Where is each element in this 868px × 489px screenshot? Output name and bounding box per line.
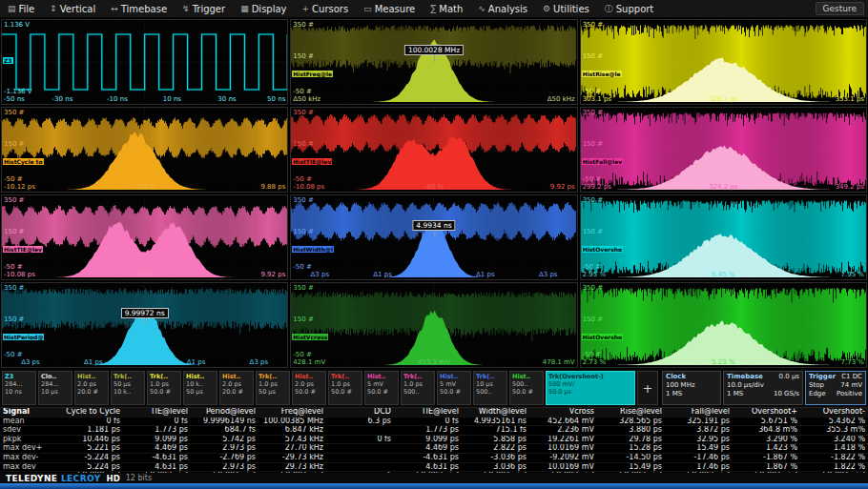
table-row-max-dev: max dev5.224 ps4.631 ps2.973 ps29.73 kHz… bbox=[0, 462, 868, 472]
trace-tag[interactable]: HistRise@le bbox=[582, 71, 622, 77]
table-cell: -3.036 ps bbox=[462, 453, 529, 462]
descriptor-title: Clo.. bbox=[39, 372, 72, 380]
table-cell: 10.0169 mV bbox=[529, 462, 597, 472]
table-cell: 5.224 ps bbox=[55, 462, 123, 472]
descriptor-box-9[interactable]: Trk(..1.0 ps50.0 # bbox=[328, 371, 362, 405]
table-cell bbox=[326, 453, 394, 462]
oscilloscope-screen: ▤File↕Vertical↔Timebase↯Trigger▦Display+… bbox=[0, 0, 868, 489]
menu-item-file[interactable]: ▤File bbox=[0, 0, 42, 17]
menu-item-trigger[interactable]: ↯Trigger bbox=[175, 0, 233, 17]
utilities-icon: ⚙ bbox=[543, 4, 550, 13]
table-cell: -5.224 ps bbox=[55, 453, 123, 462]
table-cell: 1.867 % bbox=[733, 462, 800, 472]
rise-histogram-panel[interactable]: 350 #150 #-50 #303.1 ps328.1 ps353.1 psH… bbox=[580, 19, 867, 105]
tie-histogram-panel[interactable]: 350 #150 #-50 #-10.08 ps-80 fs9.92 psHis… bbox=[290, 107, 577, 193]
overshoot-pos-histogram-panel[interactable]: 350 #150 #-50 #2.95 %5.45 %7.95 %HistOve… bbox=[580, 194, 867, 280]
axis-label: 353.1 ps bbox=[836, 95, 864, 103]
descriptor-box-11[interactable]: Trk(..1.0 ps500.. bbox=[401, 371, 435, 405]
axis-label: -10.08 ps bbox=[293, 183, 324, 191]
table-header-row: SignalCycle to CycleTIE@levelPeriod@leve… bbox=[0, 408, 868, 417]
display-icon: ▦ bbox=[240, 4, 249, 13]
descriptor-box-2[interactable]: Hist..2.0 ps20.0 # bbox=[74, 371, 109, 405]
trace-tag[interactable]: HistFall@lev bbox=[582, 158, 623, 165]
vcross-histogram-panel-plot bbox=[291, 283, 576, 367]
descriptor-box-5[interactable]: Hist..10 k..50 µs bbox=[183, 371, 217, 405]
menu-item-measure[interactable]: ▭Measure bbox=[356, 0, 423, 17]
table-cell: 5.221 ps bbox=[55, 444, 123, 454]
descriptor-value: 50.0 # bbox=[329, 388, 362, 396]
menu-item-label: Vertical bbox=[60, 4, 95, 14]
table-cell: 4.469 ps bbox=[394, 444, 462, 454]
descriptor-box-4[interactable]: Trk(..1.0 ps50.0 # bbox=[147, 371, 181, 405]
trace-tag[interactable]: HistTIE@lev bbox=[292, 158, 332, 165]
descriptor-box-7[interactable]: Trk(..1.0 ps50 µs bbox=[256, 371, 290, 405]
descriptor-box-14[interactable]: Hist..500..50.0 # bbox=[509, 371, 544, 405]
descriptor-box-selected[interactable]: Trk(Overshoot-)500 mV/50.0 µs bbox=[546, 371, 635, 405]
clock-box[interactable]: Clock 100 MHz 1 MS bbox=[662, 371, 721, 405]
descriptor-box-8[interactable]: Hist..2.0 ps50.0 # bbox=[292, 371, 326, 405]
add-trace-button[interactable]: + bbox=[637, 371, 658, 405]
axis-label: 428.1 mV bbox=[293, 358, 325, 366]
table-col: TIE@level bbox=[394, 408, 462, 417]
vertical-icon: ↕ bbox=[50, 4, 57, 13]
descriptor-title: Trk(.. bbox=[148, 372, 180, 380]
menu-item-support[interactable]: ⓘSupport bbox=[597, 0, 662, 17]
descriptor-value: 50.0 µs bbox=[547, 388, 634, 396]
freq-histogram-panel[interactable]: 350 #150 #-50 #Δ50 kHzΔ50 kHzHistFreq@le… bbox=[290, 19, 577, 105]
menu-item-display[interactable]: ▦Display bbox=[233, 0, 294, 17]
descriptor-box-12[interactable]: Hist..5 mV50.0 # bbox=[437, 371, 471, 405]
table-cell: 15.49 ps bbox=[597, 462, 665, 472]
measurement-table-wrap: SignalCycle to CycleTIE@levelPeriod@leve… bbox=[0, 407, 868, 473]
descriptor-value: 2.0 ps bbox=[293, 380, 325, 388]
descriptor-value: 284... bbox=[3, 380, 35, 388]
table-cell: 1.773 ps bbox=[123, 426, 191, 436]
period-histogram-panel[interactable]: 350 #150 #-50 #Δ3 psΔ1 psΔ1 psΔ3 psHistP… bbox=[1, 282, 288, 368]
vcross-histogram-panel[interactable]: 350 #150 #-50 #428.1 mV453.1 mV478.1 mVH… bbox=[290, 282, 577, 368]
trace-tag[interactable]: Z3 bbox=[3, 57, 13, 64]
trace-tag[interactable]: HistFreq@le bbox=[292, 71, 333, 77]
overshoot-neg-histogram-panel[interactable]: 350 #150 #-50 #2.73 %5.23 %7.73 %HistOve… bbox=[580, 282, 867, 368]
zoom-trace-panel[interactable]: 1.136 V-1.136 V-50 ns-30 ns-10 ns10 ns30… bbox=[1, 19, 288, 105]
table-cell: 32.95 ps bbox=[665, 435, 733, 444]
axis-label: Δ3 ps bbox=[250, 358, 269, 366]
descriptor-box-3[interactable]: Trk(..50 µs10 k.. bbox=[111, 371, 145, 405]
axis-label: 30 ns bbox=[217, 95, 236, 103]
trace-tag[interactable]: HistOversho bbox=[582, 334, 624, 340]
axis-label: 7.95 % bbox=[841, 271, 864, 278]
axis-label: 150 # bbox=[583, 52, 603, 60]
menu-item-analysis[interactable]: ∿Analysis bbox=[470, 0, 535, 17]
cycle-histogram-panel[interactable]: 350 #150 #-50 #-10.12 ps-120 fs9.88 psHi… bbox=[1, 107, 288, 193]
table-row-sdev: sdev1.181 ps1.773 ps684.7 fs6.847 kHz1.7… bbox=[0, 426, 868, 436]
trace-tag[interactable]: HistPeriod@ bbox=[3, 334, 44, 340]
table-cell: 328.565 ps bbox=[597, 417, 665, 426]
trace-tag[interactable]: HistOversho bbox=[582, 246, 624, 253]
trigger-box[interactable]: Trigger C1 DC Stop 74 mV Edge Positive bbox=[805, 371, 866, 405]
descriptor-box-6[interactable]: Hist..2.0 ps20.0 # bbox=[219, 371, 254, 405]
table-cell: 2.822 ps bbox=[462, 444, 529, 454]
width-histogram-panel[interactable]: 350 #150 #-50 #Δ3 psΔ1 psΔ1 psΔ3 psHistW… bbox=[290, 194, 577, 280]
descriptor-box-10[interactable]: Hist..5 mV50.0 # bbox=[364, 371, 399, 405]
menu-item-math[interactable]: ∑Math bbox=[423, 0, 470, 17]
table-cell: 3.880 ps bbox=[597, 426, 665, 436]
descriptor-title: Z3 bbox=[3, 372, 35, 380]
menu-item-label: Cursors bbox=[312, 4, 348, 14]
trace-tag[interactable]: HistTIE@lev bbox=[3, 246, 43, 253]
menu-item-vertical[interactable]: ↕Vertical bbox=[42, 0, 103, 17]
fall-histogram-panel[interactable]: 350 #150 #-50 #299.2 ps324.2 ps349.2 psH… bbox=[580, 107, 867, 193]
table-cell: 715.1 fs bbox=[462, 426, 529, 436]
descriptor-box-0[interactable]: Z3284...10 ns bbox=[2, 371, 36, 405]
descriptor-box-13[interactable]: Trk(..10 µs500.. bbox=[473, 371, 507, 405]
descriptor-box-1[interactable]: Clo..284...10 µs bbox=[38, 371, 72, 405]
clock-title: Clock bbox=[666, 373, 717, 381]
axis-label: 328.1 ps bbox=[709, 95, 737, 103]
menu-item-cursors[interactable]: +Cursors bbox=[295, 0, 357, 17]
menu-item-timebase[interactable]: ↔Timebase bbox=[103, 0, 175, 17]
trigger-mode: Stop bbox=[809, 381, 824, 390]
tie2-histogram-panel[interactable]: 350 #150 #-50 #-10.08 ps-80 fs9.92 psHis… bbox=[1, 194, 288, 280]
trace-tag[interactable]: HistCycle to bbox=[3, 158, 44, 165]
trace-tag[interactable]: HistWidth@l bbox=[292, 246, 334, 253]
trace-tag[interactable]: HistVcross bbox=[292, 334, 328, 340]
timebase-box[interactable]: Timebase 0.0 µs 10.0 µs/div 1 MS 10 GS/s bbox=[723, 371, 803, 405]
gesture-button[interactable]: Gesture bbox=[816, 2, 864, 15]
menu-item-utilities[interactable]: ⚙Utilities bbox=[535, 0, 597, 17]
